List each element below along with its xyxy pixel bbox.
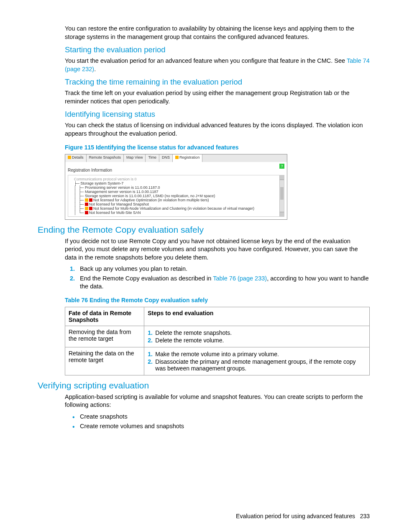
heading-verifying: Verifying scripting evaluation [38, 380, 370, 391]
registration-info-title: Registration Information [68, 168, 287, 172]
heading-identifying: Identifying licensing status [65, 110, 370, 119]
heading-ending: Ending the Remote Copy evaluation safely [38, 225, 370, 235]
starting-paragraph: You start the evaluation period for an a… [65, 57, 370, 73]
scrollbar[interactable] [279, 175, 284, 216]
table-cell: Retaining the data on the remote target [65, 347, 144, 375]
bullet-item: Create snapshots [80, 413, 370, 421]
warning-icon [85, 198, 88, 202]
tree-line: Communications protocol version is 0 [74, 177, 282, 181]
list-item: Back up any volumes you plan to retain. [80, 265, 370, 273]
scroll-thumb[interactable] [280, 187, 284, 200]
table-header: Fate of data in Remote Snapshots [65, 307, 144, 326]
help-icon[interactable]: ? [279, 164, 284, 169]
tree-text: Management server version is 11.0.00.118… [85, 190, 159, 194]
table-step: Disassociate the primary and remote mana… [155, 358, 366, 372]
intro-paragraph: You can restore the entire configuration… [65, 25, 370, 41]
starting-text: You start the evaluation period for an a… [65, 57, 347, 64]
registration-tree-panel: Communications protocol version is 0 ├─ … [68, 175, 284, 217]
tree-line: │ └─ Not licensed for Multi-Site SAN [74, 211, 282, 215]
table-cell: Delete the remote snapshots. Delete the … [144, 326, 370, 347]
page-footer: Evaluation period for using advanced fea… [236, 513, 370, 519]
tracking-paragraph: Track the time left on your evaluation p… [65, 89, 370, 105]
heading-tracking: Tracking the time remaining in the evalu… [65, 77, 370, 87]
starting-text-after: . [94, 66, 96, 72]
table-cell: Make the remote volume into a primary vo… [144, 347, 370, 375]
footer-page-number: 233 [360, 513, 370, 519]
tree-line: │ ├─ Provisioning server version is 11.0… [74, 185, 282, 190]
tree-text: Provisioning server version is 11.0.00.1… [85, 185, 160, 190]
verifying-paragraph: Application-based scripting is available… [65, 393, 370, 409]
tab-registration-label: Registration [179, 155, 200, 159]
scroll-up-arrow[interactable] [280, 175, 284, 180]
table76-caption: Table 76 Ending the Remote Copy evaluati… [65, 297, 370, 303]
tree-text: Not licensed for Multi-Site SAN [89, 211, 141, 215]
bullet-item: Create remote volumes and snapshots [80, 422, 370, 431]
tab-registration[interactable]: Registration [173, 154, 202, 162]
tab-time[interactable]: Time [146, 154, 159, 162]
figure115-caption: Figure 115 Identifying the license statu… [65, 144, 370, 151]
table-header-row: Fate of data in Remote Snapshots Steps t… [65, 307, 370, 326]
tree-line: │ ├─ Not licensed for Multi-Node Virtual… [74, 206, 282, 211]
tree-line: │ ├─ Not licensed for Adaptive Optimizat… [74, 198, 282, 202]
tree-line: ├─ Storage system System-7 [74, 181, 282, 185]
tree-text: Storage system System-7 [80, 181, 123, 185]
warning-icon [68, 156, 71, 159]
ending-paragraph: If you decide not to use Remote Copy and… [65, 237, 370, 262]
tree-text: Not licensed for Adaptive Optimization (… [93, 198, 209, 202]
tab-remote-snapshots[interactable]: Remote Snapshots [87, 154, 124, 162]
error-icon [85, 203, 88, 206]
table-header: Steps to end evaluation [144, 307, 370, 326]
tree-line: │ ├─ Storage system version is 11.0.00.1… [74, 194, 282, 198]
table-row: Removing the data from the remote target… [65, 326, 370, 347]
table-cell: Removing the data from the remote target [65, 326, 144, 347]
tree-text: Storage system version is 11.0.00.1187, … [85, 194, 215, 198]
heading-starting: Starting the evaluation period [65, 45, 370, 54]
table-step: Make the remote volume into a primary vo… [155, 351, 366, 357]
warning-icon [85, 207, 88, 210]
table76-link[interactable]: Table 76 (page 233) [213, 275, 267, 282]
error-icon [85, 211, 88, 214]
tab-dns[interactable]: DNS [159, 154, 173, 162]
tree-text: Not licensed for Multi-Node Virtualizati… [93, 206, 254, 211]
verifying-bullets: Create snapshots Create remote volumes a… [65, 413, 370, 430]
tab-map-view[interactable]: Map View [124, 154, 146, 162]
table-row: Retaining the data on the remote target … [65, 347, 370, 375]
table76: Fate of data in Remote Snapshots Steps t… [65, 307, 370, 375]
figure115-image: Details Remote Snapshots Map View Time D… [65, 154, 287, 220]
table-step: Delete the remote volume. [155, 337, 366, 344]
identifying-paragraph: You can check the status of licensing on… [65, 121, 370, 138]
tree-text: Not licensed for Managed Snapshot [89, 202, 149, 206]
scroll-down-arrow[interactable] [280, 212, 284, 216]
error-icon [89, 207, 92, 210]
error-icon [89, 198, 92, 202]
figure-tabs: Details Remote Snapshots Map View Time D… [65, 154, 287, 162]
tab-details-label: Details [72, 155, 84, 159]
ending-steps-list: Back up any volumes you plan to retain. … [65, 265, 370, 291]
table-step: Delete the remote snapshots. [155, 329, 366, 336]
list-item: End the Remote Copy evaluation as descri… [80, 275, 370, 291]
footer-title: Evaluation period for using advanced fea… [236, 513, 355, 519]
tree-line: │ ├─ Not licensed for Managed Snapshot [74, 202, 282, 206]
tree-line: │ ├─ Management server version is 11.0.0… [74, 190, 282, 194]
warning-icon [175, 156, 179, 159]
list-text: End the Remote Copy evaluation as descri… [80, 275, 213, 282]
tab-details[interactable]: Details [65, 154, 87, 162]
